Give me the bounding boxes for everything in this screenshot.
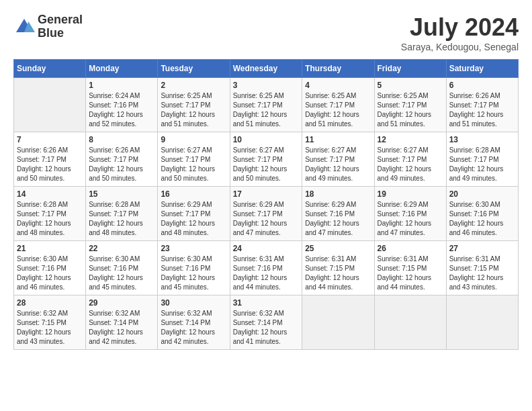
title-area: July 2024 Saraya, Kedougou, Senegal (401, 13, 519, 52)
day-info: Sunrise: 6:30 AMSunset: 7:16 PMDaylight:… (17, 255, 83, 292)
day-info: Sunrise: 6:29 AMSunset: 7:16 PMDaylight:… (378, 200, 443, 238)
day-info: Sunrise: 6:25 AMSunset: 7:17 PMDaylight:… (233, 91, 300, 129)
day-info: Sunrise: 6:27 AMSunset: 7:17 PMDaylight:… (378, 146, 443, 183)
day-number: 18 (305, 189, 371, 199)
calendar-cell: 14Sunrise: 6:28 AMSunset: 7:17 PMDayligh… (14, 187, 86, 241)
day-number: 14 (17, 189, 83, 199)
calendar-cell: 15Sunrise: 6:28 AMSunset: 7:17 PMDayligh… (86, 187, 158, 241)
day-number: 9 (161, 135, 226, 144)
calendar-cell: 10Sunrise: 6:27 AMSunset: 7:17 PMDayligh… (230, 132, 302, 187)
day-info: Sunrise: 6:27 AMSunset: 7:17 PMDaylight:… (305, 146, 371, 183)
weekday-header-thursday: Thursday (302, 60, 374, 78)
calendar-header-row: SundayMondayTuesdayWednesdayThursdayFrid… (14, 60, 519, 78)
day-number: 20 (449, 189, 515, 199)
day-number: 3 (233, 81, 300, 90)
calendar-cell: 24Sunrise: 6:31 AMSunset: 7:16 PMDayligh… (230, 241, 302, 295)
calendar-cell: 31Sunrise: 6:32 AMSunset: 7:14 PMDayligh… (230, 295, 302, 350)
day-info: Sunrise: 6:26 AMSunset: 7:17 PMDaylight:… (17, 146, 83, 183)
calendar-cell (14, 78, 86, 132)
calendar-cell: 5Sunrise: 6:25 AMSunset: 7:17 PMDaylight… (374, 78, 446, 132)
day-number: 13 (449, 135, 515, 144)
calendar-cell (374, 295, 446, 350)
day-info: Sunrise: 6:29 AMSunset: 7:16 PMDaylight:… (305, 200, 371, 238)
day-number: 12 (378, 135, 443, 144)
calendar-cell (302, 295, 374, 350)
day-info: Sunrise: 6:25 AMSunset: 7:17 PMDaylight:… (305, 91, 371, 129)
day-number: 1 (89, 81, 154, 90)
page-header: General Blue July 2024 Saraya, Kedougou,… (13, 13, 519, 52)
calendar-week-row: 21Sunrise: 6:30 AMSunset: 7:16 PMDayligh… (14, 241, 519, 295)
day-number: 30 (161, 298, 226, 308)
calendar-cell: 22Sunrise: 6:30 AMSunset: 7:16 PMDayligh… (86, 241, 158, 295)
day-info: Sunrise: 6:28 AMSunset: 7:17 PMDaylight:… (17, 200, 83, 238)
day-info: Sunrise: 6:25 AMSunset: 7:17 PMDaylight:… (161, 91, 226, 129)
day-number: 31 (233, 298, 300, 308)
day-number: 5 (378, 81, 443, 90)
calendar-cell: 18Sunrise: 6:29 AMSunset: 7:16 PMDayligh… (302, 187, 374, 241)
day-number: 11 (305, 135, 371, 144)
day-info: Sunrise: 6:27 AMSunset: 7:17 PMDaylight:… (161, 146, 226, 183)
calendar-cell: 29Sunrise: 6:32 AMSunset: 7:14 PMDayligh… (86, 295, 158, 350)
calendar-cell: 17Sunrise: 6:29 AMSunset: 7:17 PMDayligh… (230, 187, 302, 241)
weekday-header-wednesday: Wednesday (230, 60, 302, 78)
calendar-cell: 9Sunrise: 6:27 AMSunset: 7:17 PMDaylight… (158, 132, 230, 187)
day-info: Sunrise: 6:32 AMSunset: 7:14 PMDaylight:… (233, 309, 300, 347)
day-number: 27 (449, 244, 515, 253)
day-number: 21 (17, 244, 83, 253)
day-info: Sunrise: 6:31 AMSunset: 7:15 PMDaylight:… (305, 255, 371, 292)
day-number: 17 (233, 189, 300, 199)
calendar-cell: 20Sunrise: 6:30 AMSunset: 7:16 PMDayligh… (446, 187, 518, 241)
day-info: Sunrise: 6:30 AMSunset: 7:16 PMDaylight:… (161, 255, 226, 292)
day-info: Sunrise: 6:24 AMSunset: 7:16 PMDaylight:… (89, 91, 154, 129)
weekday-header-friday: Friday (374, 60, 446, 78)
day-info: Sunrise: 6:26 AMSunset: 7:17 PMDaylight:… (449, 91, 515, 129)
weekday-header-saturday: Saturday (446, 60, 518, 78)
day-number: 28 (17, 298, 83, 308)
logo-line1: General (38, 13, 83, 27)
calendar-cell: 1Sunrise: 6:24 AMSunset: 7:16 PMDaylight… (86, 78, 158, 132)
day-info: Sunrise: 6:31 AMSunset: 7:15 PMDaylight:… (449, 255, 515, 292)
day-info: Sunrise: 6:29 AMSunset: 7:17 PMDaylight:… (161, 200, 226, 238)
day-number: 24 (233, 244, 300, 253)
day-number: 19 (378, 189, 443, 199)
day-number: 4 (305, 81, 371, 90)
logo: General Blue (13, 13, 83, 40)
calendar-cell: 23Sunrise: 6:30 AMSunset: 7:16 PMDayligh… (158, 241, 230, 295)
calendar-cell: 27Sunrise: 6:31 AMSunset: 7:15 PMDayligh… (446, 241, 518, 295)
day-info: Sunrise: 6:25 AMSunset: 7:17 PMDaylight:… (378, 91, 443, 129)
day-number: 22 (89, 244, 154, 253)
calendar-week-row: 1Sunrise: 6:24 AMSunset: 7:16 PMDaylight… (14, 78, 519, 132)
day-number: 29 (89, 298, 154, 308)
day-number: 2 (161, 81, 226, 90)
calendar-cell (446, 295, 518, 350)
calendar-cell: 16Sunrise: 6:29 AMSunset: 7:17 PMDayligh… (158, 187, 230, 241)
calendar-week-row: 7Sunrise: 6:26 AMSunset: 7:17 PMDaylight… (14, 132, 519, 187)
calendar-cell: 26Sunrise: 6:31 AMSunset: 7:15 PMDayligh… (374, 241, 446, 295)
day-info: Sunrise: 6:32 AMSunset: 7:14 PMDaylight:… (161, 309, 226, 347)
day-number: 26 (378, 244, 443, 253)
calendar-cell: 28Sunrise: 6:32 AMSunset: 7:15 PMDayligh… (14, 295, 86, 350)
weekday-header-monday: Monday (86, 60, 158, 78)
day-info: Sunrise: 6:27 AMSunset: 7:17 PMDaylight:… (233, 146, 300, 183)
day-info: Sunrise: 6:30 AMSunset: 7:16 PMDaylight:… (89, 255, 154, 292)
calendar-cell: 21Sunrise: 6:30 AMSunset: 7:16 PMDayligh… (14, 241, 86, 295)
calendar-cell: 7Sunrise: 6:26 AMSunset: 7:17 PMDaylight… (14, 132, 86, 187)
day-number: 6 (449, 81, 515, 90)
calendar-cell: 2Sunrise: 6:25 AMSunset: 7:17 PMDaylight… (158, 78, 230, 132)
calendar-cell: 11Sunrise: 6:27 AMSunset: 7:17 PMDayligh… (302, 132, 374, 187)
location-subtitle: Saraya, Kedougou, Senegal (401, 42, 519, 52)
day-number: 8 (89, 135, 154, 144)
day-number: 15 (89, 189, 154, 199)
calendar-week-row: 14Sunrise: 6:28 AMSunset: 7:17 PMDayligh… (14, 187, 519, 241)
day-info: Sunrise: 6:28 AMSunset: 7:17 PMDaylight:… (89, 200, 154, 238)
day-info: Sunrise: 6:31 AMSunset: 7:16 PMDaylight:… (233, 255, 300, 292)
day-number: 10 (233, 135, 300, 144)
calendar-cell: 3Sunrise: 6:25 AMSunset: 7:17 PMDaylight… (230, 78, 302, 132)
day-info: Sunrise: 6:31 AMSunset: 7:15 PMDaylight:… (378, 255, 443, 292)
month-title: July 2024 (401, 13, 519, 42)
day-info: Sunrise: 6:32 AMSunset: 7:15 PMDaylight:… (17, 309, 83, 347)
day-info: Sunrise: 6:29 AMSunset: 7:17 PMDaylight:… (233, 200, 300, 238)
day-info: Sunrise: 6:32 AMSunset: 7:14 PMDaylight:… (89, 309, 154, 347)
day-number: 25 (305, 244, 371, 253)
logo-line2: Blue (38, 27, 83, 40)
